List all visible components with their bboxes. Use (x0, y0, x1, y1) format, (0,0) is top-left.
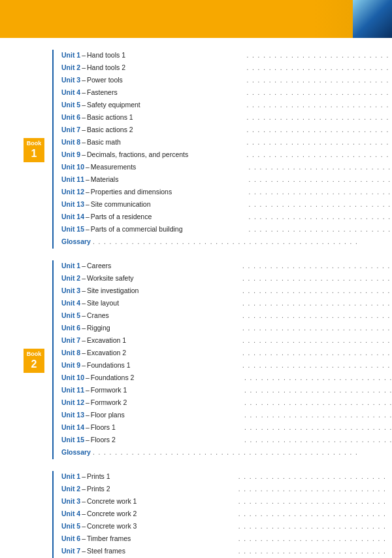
toc-title-text: Hand tools 1 (87, 50, 244, 61)
toc-dash: – (86, 199, 90, 210)
toc-dash: – (82, 273, 86, 284)
toc-dash: – (86, 410, 90, 421)
toc-title-text: Floors 2 (91, 434, 242, 445)
toc-entry-book2-14: Unit 14 – Floors 1 . . . . . . . . . . .… (61, 422, 392, 433)
book-label-col-2: Book2 (18, 260, 50, 459)
toc-entry-book1-15: Unit 15 – Parts of a commercial building… (61, 224, 392, 235)
toc-dash: – (82, 546, 86, 557)
toc-dash: – (82, 347, 86, 358)
toc-dots: . . . . . . . . . . . . . . . . . . . . … (237, 534, 390, 544)
toc-dots: . . . . . . . . . . . . . . . . . . . . … (242, 373, 392, 383)
toc-page-number: 14 (389, 533, 392, 544)
toc-page-number: 4 (389, 471, 392, 482)
toc-title-text: Power tools (87, 75, 244, 86)
toc-dash: – (82, 260, 86, 271)
toc-entry-book3-7: Unit 7 – Steel frames . . . . . . . . . … (61, 546, 392, 557)
toc-dash: – (82, 149, 86, 160)
toc-dash: – (82, 335, 86, 346)
toc-title-text: Prints 2 (87, 483, 237, 495)
toc-entry-book1-4: Unit 4 – Fasteners . . . . . . . . . . .… (61, 87, 392, 98)
toc-dots: . . . . . . . . . . . . . . . . . . . . … (240, 348, 392, 358)
toc-title-text: Timber frames (87, 533, 237, 544)
toc-entry-book1-10: Unit 10 – Measurements . . . . . . . . .… (61, 162, 392, 173)
toc-unit-label: Unit 1 (61, 260, 80, 271)
toc-unit-label: Unit 15 (61, 224, 84, 235)
toc-title-text: Properties and dimensions (91, 186, 247, 198)
toc-unit-label: Glossary (61, 236, 91, 247)
toc-entry-book1-13: Unit 13 – Site communication . . . . . .… (61, 199, 392, 210)
toc-unit-label: Unit 2 (61, 62, 80, 73)
book-line-3 (50, 471, 56, 558)
toc-dash: – (82, 50, 86, 61)
toc-entry-book3-5: Unit 5 – Concrete work 3 . . . . . . . .… (61, 521, 392, 532)
toc-dash: – (82, 298, 86, 309)
toc-unit-label: Unit 12 (61, 186, 84, 198)
toc-unit-label: Unit 3 (61, 285, 80, 296)
toc-dots: . . . . . . . . . . . . . . . . . . . . … (242, 435, 392, 445)
toc-dots: . . . . . . . . . . . . . . . . . . . . … (237, 484, 390, 495)
toc-unit-label: Unit 9 (61, 149, 80, 160)
book-label-text-1: Book (24, 138, 44, 148)
toc-unit-label: Unit 6 (61, 112, 80, 123)
toc-content: Book1Unit 1 – Hand tools 1 . . . . . . .… (0, 38, 392, 558)
toc-dots: . . . . . . . . . . . . . . . . . . . . … (237, 509, 390, 519)
toc-dots: . . . . . . . . . . . . . . . . . . . . … (244, 113, 392, 123)
toc-title-text: Cranes (87, 310, 240, 321)
toc-entry-book1-6: Unit 6 – Basic actions 1 . . . . . . . .… (61, 112, 392, 123)
toc-entry-book1-7: Unit 7 – Basic actions 2 . . . . . . . .… (61, 124, 392, 135)
toc-unit-label: Unit 11 (61, 385, 84, 396)
toc-unit-label: Unit 5 (61, 521, 80, 532)
toc-entry-book2-1: Unit 1 – Careers . . . . . . . . . . . .… (61, 260, 392, 271)
toc-dots: . . . . . . . . . . . . . . . . . . . . … (237, 521, 390, 532)
book-section-2: Book2Unit 1 – Careers . . . . . . . . . … (18, 260, 374, 459)
toc-page-number: 6 (389, 483, 392, 495)
book-label-col-1: Book1 (18, 50, 50, 249)
book-number-2: 2 (24, 358, 44, 372)
toc-dots: . . . . . . . . . . . . . . . . . . . . … (240, 360, 392, 371)
toc-dash: – (82, 112, 86, 123)
book-section-1: Book1Unit 1 – Hand tools 1 . . . . . . .… (18, 50, 374, 249)
toc-dots: . . . . . . . . . . . . . . . . . . . . … (240, 311, 392, 321)
toc-unit-label: Unit 5 (61, 310, 80, 321)
toc-dots: . . . . . . . . . . . . . . . . . . . . … (242, 423, 392, 433)
toc-dash: – (82, 360, 86, 371)
toc-dash: – (86, 372, 90, 383)
toc-title-text: Excavation 1 (87, 335, 240, 346)
toc-unit-label: Unit 7 (61, 124, 80, 135)
toc-dots: . . . . . . . . . . . . . . . . . . . . … (240, 273, 392, 284)
toc-dots: . . . . . . . . . . . . . . . . . . . . … (240, 261, 392, 271)
toc-dash: – (86, 224, 90, 235)
toc-entry-book1-12: Unit 12 – Properties and dimensions . . … (61, 186, 392, 198)
toc-title-text: Basic actions 2 (87, 124, 244, 135)
toc-entry-book2-3: Unit 3 – Site investigation . . . . . . … (61, 285, 392, 296)
toc-dots: . . . . . . . . . . . . . . . . . . . . … (240, 286, 392, 296)
book-number-1: 1 (24, 147, 44, 162)
toc-title-text: Careers (87, 260, 240, 271)
book-label-col-3: Book3 (18, 471, 50, 558)
toc-entry-book2-2: Unit 2 – Worksite safety . . . . . . . .… (61, 273, 392, 284)
toc-unit-label: Unit 6 (61, 533, 80, 544)
toc-dash: – (82, 471, 86, 482)
toc-title-text: Decimals, fractions, and percents (87, 149, 244, 160)
toc-entry-book1-3: Unit 3 – Power tools . . . . . . . . . .… (61, 75, 392, 86)
toc-dash: – (82, 285, 86, 296)
toc-title-text: Concrete work 2 (87, 508, 237, 519)
toc-unit-label: Unit 12 (61, 397, 84, 408)
toc-entry-book1-8: Unit 8 – Basic math . . . . . . . . . . … (61, 137, 392, 148)
toc-dash: – (82, 124, 86, 135)
toc-dash: – (82, 521, 86, 532)
toc-title-text: Site investigation (87, 285, 240, 296)
toc-dots: . . . . . . . . . . . . . . . . . . . . … (244, 50, 392, 61)
toc-dots: . . . . . . . . . . . . . . . . . . . . … (246, 212, 392, 222)
toc-dots: . . . . . . . . . . . . . . . . . . . . … (246, 175, 392, 185)
toc-entry-book2-4: Unit 4 – Site layout . . . . . . . . . .… (61, 298, 392, 309)
toc-dots: . . . . . . . . . . . . . . . . . . . . … (246, 187, 392, 198)
toc-dots: . . . . . . . . . . . . . . . . . . . . … (244, 150, 392, 160)
toc-unit-label: Unit 7 (61, 335, 80, 346)
toc-dots: . . . . . . . . . . . . . . . . . . . . … (246, 224, 392, 235)
toc-unit-label: Glossary (61, 447, 91, 458)
toc-entry-book2-6: Unit 6 – Rigging . . . . . . . . . . . .… (61, 323, 392, 334)
book-line-1 (50, 50, 56, 249)
book-entries-2: Unit 1 – Careers . . . . . . . . . . . .… (56, 260, 392, 459)
toc-title-text: Measurements (91, 162, 247, 173)
